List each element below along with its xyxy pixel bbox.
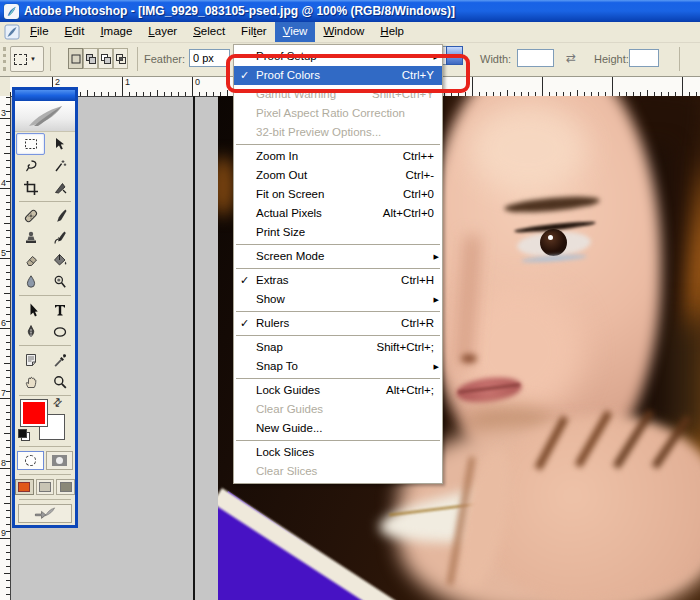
imageready-button[interactable] xyxy=(18,504,72,523)
healing-brush-tool-icon xyxy=(23,208,39,224)
combo-dropdown-button[interactable]: ▼ xyxy=(446,46,463,65)
crop-tool[interactable] xyxy=(16,177,45,199)
menubar-item-edit[interactable]: Edit xyxy=(57,22,93,42)
intersect-selection-button[interactable] xyxy=(113,48,128,69)
menu-item-fit-on-screen[interactable]: Fit on ScreenCtrl+0 xyxy=(234,185,442,204)
menu-item-label: Actual Pixels xyxy=(256,204,322,223)
menu-item-extras[interactable]: ✓ExtrasCtrl+H xyxy=(234,271,442,290)
menu-item-lock-slices[interactable]: Lock Slices xyxy=(234,443,442,462)
menu-item-snap-to[interactable]: Snap To▶ xyxy=(234,357,442,376)
menu-item-zoom-in[interactable]: Zoom InCtrl++ xyxy=(234,147,442,166)
menu-item-rulers[interactable]: ✓RulersCtrl+R xyxy=(234,314,442,333)
standard-mode-button[interactable] xyxy=(17,451,44,470)
menu-item-new-guide[interactable]: New Guide... xyxy=(234,419,442,438)
new-selection-button[interactable] xyxy=(68,48,83,69)
rectangular-marquee-tool[interactable] xyxy=(16,133,45,155)
photo-paint xyxy=(461,354,477,363)
clone-stamp-tool[interactable] xyxy=(16,227,45,249)
type-tool[interactable] xyxy=(45,299,74,321)
menubar-item-help[interactable]: Help xyxy=(372,22,412,42)
height-input[interactable] xyxy=(629,49,659,67)
zoom-tool[interactable] xyxy=(45,371,74,393)
menu-item-label: Snap To xyxy=(256,357,298,376)
tool-group xyxy=(15,348,75,393)
quick-mask-mode-button[interactable] xyxy=(46,451,73,470)
fullscreen-mode-button[interactable] xyxy=(56,479,75,495)
toolbox-title-bar[interactable] xyxy=(15,90,75,101)
menu-item-print-size[interactable]: Print Size xyxy=(234,223,442,242)
menubar-item-file[interactable]: File xyxy=(22,22,57,42)
hruler-label: 2 xyxy=(55,77,60,87)
window-title: Adobe Photoshop - [IMG_9929_083105-psed.… xyxy=(24,4,455,18)
vertical-ruler[interactable]: 3456789 xyxy=(0,96,11,600)
shape-tool[interactable] xyxy=(45,321,74,343)
default-colors-icon[interactable] xyxy=(18,429,30,441)
fullscreen-with-menubar-button[interactable] xyxy=(36,479,55,495)
swap-dimensions-icon[interactable]: ⇄ xyxy=(566,51,576,65)
hruler-label: 0 xyxy=(195,77,200,87)
toolbox-logo[interactable] xyxy=(15,101,75,132)
current-tool-button[interactable]: ▼ xyxy=(10,46,44,72)
subtract-from-selection-button[interactable] xyxy=(98,48,113,69)
imageready-icon xyxy=(32,507,58,521)
menu-item-shortcut: Ctrl+Y xyxy=(402,66,434,85)
healing-brush-tool[interactable] xyxy=(16,205,45,227)
paint-bucket-tool[interactable] xyxy=(45,249,74,271)
eraser-tool[interactable] xyxy=(16,249,45,271)
menu-item-label: Snap xyxy=(256,338,283,357)
menubar-item-view[interactable]: View xyxy=(275,22,316,42)
brush-tool[interactable] xyxy=(45,205,74,227)
menubar-item-image[interactable]: Image xyxy=(92,22,140,42)
slice-tool[interactable] xyxy=(45,177,74,199)
toolbox-palette: ⇄ xyxy=(12,87,78,528)
options-bar-grip[interactable] xyxy=(3,47,6,71)
magic-wand-tool[interactable] xyxy=(45,155,74,177)
move-tool[interactable] xyxy=(45,133,74,155)
add-to-selection-button[interactable] xyxy=(83,48,98,69)
width-input[interactable] xyxy=(517,49,554,67)
menu-item-lock-guides[interactable]: Lock GuidesAlt+Ctrl+; xyxy=(234,381,442,400)
blur-tool[interactable] xyxy=(16,271,45,293)
photo-paint xyxy=(540,229,567,256)
move-tool-icon xyxy=(52,136,68,152)
menu-item-show[interactable]: Show▶ xyxy=(234,290,442,309)
menu-item-screen-mode[interactable]: Screen Mode▶ xyxy=(234,247,442,266)
menu-item-proof-setup[interactable]: Proof Setup▶ xyxy=(234,47,442,66)
foreground-color-swatch[interactable] xyxy=(20,399,48,427)
dodge-tool-icon xyxy=(52,274,68,290)
separator xyxy=(679,47,680,71)
feather-input[interactable] xyxy=(189,49,230,67)
menubar-item-filter[interactable]: Filter xyxy=(233,22,275,42)
hruler-label: 1 xyxy=(125,77,130,87)
standard-screen-mode-button[interactable] xyxy=(15,479,34,495)
menu-item-32-bit-preview-options: 32-bit Preview Options... xyxy=(234,123,442,142)
path-selection-tool[interactable] xyxy=(16,299,45,321)
menu-item-zoom-out[interactable]: Zoom OutCtrl+- xyxy=(234,166,442,185)
menu-separator xyxy=(236,144,440,145)
history-brush-tool[interactable] xyxy=(45,227,74,249)
menubar-item-layer[interactable]: Layer xyxy=(140,22,185,42)
notes-tool[interactable] xyxy=(16,349,45,371)
mask-mode-row xyxy=(15,449,75,472)
menubar-item-window[interactable]: Window xyxy=(315,22,372,42)
lasso-tool[interactable] xyxy=(16,155,45,177)
color-selector: ⇄ xyxy=(15,398,75,444)
paint-bucket-tool-icon xyxy=(52,252,68,268)
menu-item-proof-colors[interactable]: ✓Proof ColorsCtrl+Y xyxy=(234,66,442,85)
view-menu-items: Proof Setup▶✓Proof ColorsCtrl+YGamut War… xyxy=(234,47,442,481)
hand-tool[interactable] xyxy=(16,371,45,393)
menu-item-shortcut: Ctrl+H xyxy=(401,271,434,290)
menu-item-snap[interactable]: SnapShift+Ctrl+; xyxy=(234,338,442,357)
checkmark-icon: ✓ xyxy=(240,314,249,333)
eyedropper-tool[interactable] xyxy=(45,349,74,371)
menu-item-actual-pixels[interactable]: Actual PixelsAlt+Ctrl+0 xyxy=(234,204,442,223)
menu-item-label: Clear Guides xyxy=(256,400,323,419)
menu-item-label: New Guide... xyxy=(256,419,322,438)
vruler-label: 3 xyxy=(1,108,6,118)
swap-colors-icon[interactable]: ⇄ xyxy=(50,395,66,411)
separator xyxy=(50,47,51,71)
dodge-tool[interactable] xyxy=(45,271,74,293)
menubar-item-select[interactable]: Select xyxy=(185,22,233,42)
path-selection-tool-icon xyxy=(23,302,39,318)
pen-tool[interactable] xyxy=(16,321,45,343)
